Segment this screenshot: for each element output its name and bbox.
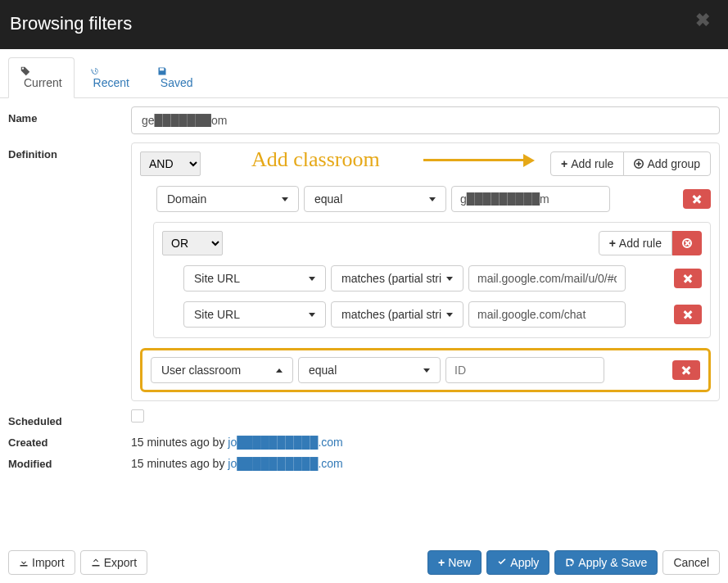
nested-group-header: OR + Add rule xyxy=(162,231,702,255)
modified-time: 15 minutes ago by xyxy=(131,457,228,470)
delete-icon xyxy=(684,310,692,319)
tab-current-label: Current xyxy=(24,76,62,89)
delete-icon xyxy=(693,195,701,203)
add-group-button[interactable]: Add group xyxy=(623,151,711,176)
caret-down-icon xyxy=(309,277,315,281)
rule-field-label: Site URL xyxy=(194,272,240,285)
nested-or-group: OR + Add rule xyxy=(153,222,711,338)
import-button[interactable]: Import xyxy=(8,550,75,575)
delete-icon xyxy=(682,366,690,374)
nested-add-rule-label: Add rule xyxy=(619,237,662,250)
highlighted-classroom-rule: User classroom equal xyxy=(140,348,711,392)
import-icon xyxy=(19,558,29,567)
root-condition-select[interactable]: AND xyxy=(140,151,201,176)
name-label: Name xyxy=(8,106,131,124)
rule-value-input[interactable] xyxy=(468,265,626,292)
annotation-label: Add classroom xyxy=(251,147,380,172)
caret-down-icon xyxy=(446,313,453,317)
check-icon xyxy=(497,558,507,567)
caret-down-icon xyxy=(309,313,315,317)
nested-condition-select[interactable]: OR xyxy=(162,231,223,255)
scheduled-label: Scheduled xyxy=(8,409,131,427)
rule-value-input[interactable] xyxy=(468,301,626,328)
history-icon xyxy=(90,66,129,76)
tab-recent[interactable]: Recent xyxy=(78,57,142,97)
export-button[interactable]: Export xyxy=(80,550,147,575)
annotation-arrow-icon xyxy=(423,159,528,161)
apply-label: Apply xyxy=(510,556,539,569)
caret-down-icon xyxy=(446,277,453,281)
plus-icon: + xyxy=(438,556,445,569)
plus-icon: + xyxy=(561,157,567,170)
rule-operator-label: matches (partial string o xyxy=(341,272,441,285)
plus-icon: + xyxy=(609,237,616,250)
delete-group-icon xyxy=(682,238,692,248)
modal-header: Browsing filters ✖ xyxy=(0,0,728,49)
rule-field-dropdown[interactable]: Site URL xyxy=(183,265,326,292)
root-group-header: AND Add classroom + Add rule xyxy=(140,151,711,176)
delete-rule-button[interactable] xyxy=(683,189,711,209)
rule-value-input[interactable] xyxy=(445,357,604,383)
rule-operator-dropdown[interactable]: matches (partial string o xyxy=(331,265,463,292)
rule-value-input[interactable] xyxy=(451,186,610,212)
created-value: 15 minutes ago by jo██████████.com xyxy=(131,436,720,449)
created-label: Created xyxy=(8,436,131,449)
add-rule-button[interactable]: + Add rule xyxy=(550,151,624,176)
rule-domain: Domain equal xyxy=(156,186,711,212)
rule-operator-dropdown[interactable]: equal xyxy=(298,357,441,383)
definition-label: Definition xyxy=(8,142,131,160)
rule-operator-label: equal xyxy=(309,364,337,377)
new-label: New xyxy=(448,556,471,569)
rule-field-dropdown[interactable]: Site URL xyxy=(183,301,326,328)
add-rule-label: Add rule xyxy=(571,157,613,170)
rule-operator-label: equal xyxy=(314,192,342,206)
caret-up-icon xyxy=(276,368,283,373)
delete-icon xyxy=(684,274,692,282)
new-button[interactable]: + New xyxy=(427,550,482,575)
export-label: Export xyxy=(104,556,137,569)
caret-down-icon xyxy=(423,368,430,373)
name-input[interactable] xyxy=(131,106,720,134)
nested-rule-2: Site URL matches (partial string o xyxy=(183,301,702,328)
rule-field-label: User classroom xyxy=(161,364,241,377)
tab-current[interactable]: Current xyxy=(8,57,75,98)
delete-rule-button[interactable] xyxy=(674,269,702,288)
created-time: 15 minutes ago by xyxy=(131,436,228,449)
rule-operator-dropdown[interactable]: matches (partial string o xyxy=(331,301,463,328)
add-group-label: Add group xyxy=(647,157,700,170)
import-label: Import xyxy=(32,556,65,569)
modified-label: Modified xyxy=(8,458,131,470)
modified-by-link[interactable]: jo██████████.com xyxy=(228,457,342,470)
delete-rule-button[interactable] xyxy=(674,305,702,324)
tag-icon xyxy=(20,66,62,76)
caret-down-icon xyxy=(282,197,288,201)
nested-rule-1: Site URL matches (partial string o xyxy=(183,265,702,292)
query-builder: AND Add classroom + Add rule xyxy=(131,142,720,401)
delete-group-button[interactable] xyxy=(672,231,702,255)
rule-operator-dropdown[interactable]: equal xyxy=(304,186,446,212)
cancel-button[interactable]: Cancel xyxy=(662,550,720,575)
rule-field-dropdown[interactable]: Domain xyxy=(156,186,299,212)
export-icon xyxy=(91,558,101,567)
nested-add-rule-button[interactable]: + Add rule xyxy=(599,231,672,255)
tab-saved-label: Saved xyxy=(161,76,193,89)
modified-value: 15 minutes ago by jo██████████.com xyxy=(131,457,720,470)
plus-circle-icon xyxy=(634,159,644,169)
cancel-label: Cancel xyxy=(673,556,709,569)
save-icon xyxy=(157,66,193,76)
tab-recent-label: Recent xyxy=(93,76,129,89)
save-apply-icon xyxy=(565,558,575,567)
rule-field-label: Site URL xyxy=(194,308,240,321)
created-by-link[interactable]: jo██████████.com xyxy=(228,436,342,449)
apply-save-button[interactable]: Apply & Save xyxy=(554,550,658,575)
tab-saved[interactable]: Saved xyxy=(145,57,206,97)
rule-operator-label: matches (partial string o xyxy=(341,308,441,321)
rule-field-dropdown[interactable]: User classroom xyxy=(151,357,293,383)
modal-title: Browsing filters xyxy=(10,13,718,34)
apply-button[interactable]: Apply xyxy=(486,550,549,575)
apply-save-label: Apply & Save xyxy=(578,556,647,569)
close-icon[interactable]: ✖ xyxy=(695,10,710,31)
delete-rule-button[interactable] xyxy=(672,360,700,380)
scheduled-checkbox[interactable] xyxy=(131,409,144,423)
footer: Import Export + New Apply Apply & Save xyxy=(0,550,728,575)
